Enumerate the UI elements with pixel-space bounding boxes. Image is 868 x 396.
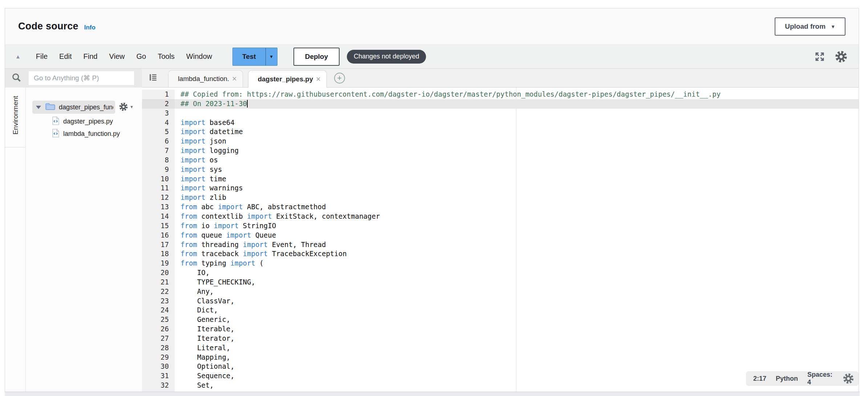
code-line[interactable]: 28 Literal, xyxy=(142,343,859,353)
menu-window[interactable]: Window xyxy=(181,49,218,64)
tree-file-dagster-pipes[interactable]: dagster_pipes.py xyxy=(52,115,113,128)
console-collapsed-bar[interactable] xyxy=(5,392,860,396)
code-line[interactable]: 14from contextlib import ExitStack, cont… xyxy=(142,212,859,221)
language-mode[interactable]: Python xyxy=(776,375,798,383)
line-content: from io import StringIO xyxy=(175,221,859,231)
python-file-icon xyxy=(52,116,60,127)
line-number: 13 xyxy=(142,202,175,212)
editor-status-bar: 2:17 Python Spaces: 4 xyxy=(746,371,859,386)
code-line[interactable]: 1## Copied from: https://raw.githubuserc… xyxy=(142,90,859,99)
test-dropdown-icon[interactable]: ▼ xyxy=(265,48,277,65)
tab-dagster-pipes[interactable]: dagster_pipes.py × xyxy=(248,70,327,88)
code-line[interactable]: 4import base64 xyxy=(142,118,859,128)
test-button[interactable]: Test xyxy=(233,48,265,65)
line-number: 22 xyxy=(142,287,175,296)
code-line[interactable]: 23 ClassVar, xyxy=(142,296,859,306)
line-number: 20 xyxy=(142,268,175,278)
line-content: IO, xyxy=(175,268,859,278)
environment-tab[interactable]: Environment xyxy=(5,88,26,148)
code-line[interactable]: 13from abc import ABC, abstractmethod xyxy=(142,202,859,212)
code-line[interactable]: 3 xyxy=(142,109,859,118)
environment-dock: Environment xyxy=(5,88,26,392)
new-tab-icon[interactable]: + xyxy=(334,73,345,84)
code-line[interactable]: 15from io import StringIO xyxy=(142,221,859,231)
cursor-position[interactable]: 2:17 xyxy=(753,375,766,383)
menu-view[interactable]: View xyxy=(103,49,130,64)
line-content: import sys xyxy=(175,165,859,174)
code-line[interactable]: 25 Generic, xyxy=(142,315,859,324)
code-line[interactable]: 2## On 2023-11-30 xyxy=(142,99,859,109)
menu-go[interactable]: Go xyxy=(130,49,152,64)
menu-file[interactable]: File xyxy=(30,49,53,64)
code-line[interactable]: 11import warnings xyxy=(142,183,859,193)
code-line[interactable]: 12import zlib xyxy=(142,193,859,202)
line-content: ClassVar, xyxy=(175,296,859,306)
line-number: 17 xyxy=(142,240,175,250)
tab-list-icon[interactable] xyxy=(149,73,158,84)
line-content: from contextlib import ExitStack, contex… xyxy=(175,212,859,221)
search-and-tab-row: lambda_function. × dagster_pipes.py × + xyxy=(5,69,859,88)
line-content: from threading import Event, Thread xyxy=(175,240,859,250)
code-line[interactable]: 30 Optional, xyxy=(142,362,859,371)
code-line[interactable]: 6import json xyxy=(142,137,859,146)
code-editor[interactable]: 1## Copied from: https://raw.githubuserc… xyxy=(142,88,859,392)
code-line[interactable]: 17from threading import Event, Thread xyxy=(142,240,859,250)
close-icon[interactable]: × xyxy=(316,75,321,83)
chevron-down-icon: ▼ xyxy=(130,105,134,109)
line-content: Iterable, xyxy=(175,324,859,334)
code-line[interactable]: 20 IO, xyxy=(142,268,859,278)
line-number: 26 xyxy=(142,324,175,334)
collapse-panel-icon[interactable]: ▲ xyxy=(15,53,21,60)
line-content: ## On 2023-11-30 xyxy=(175,99,859,109)
line-number: 27 xyxy=(142,334,175,343)
line-content: Optional, xyxy=(175,362,859,371)
code-line[interactable]: 16from queue import Queue xyxy=(142,231,859,240)
code-line[interactable]: 24 Dict, xyxy=(142,306,859,315)
close-icon[interactable]: × xyxy=(232,75,237,83)
indentation-setting[interactable]: Spaces: 4 xyxy=(807,371,835,386)
code-line[interactable]: 8import os xyxy=(142,155,859,165)
line-content: from abc import ABC, abstractmethod xyxy=(175,202,859,212)
info-link[interactable]: Info xyxy=(84,24,96,31)
code-line[interactable]: 21 TYPE_CHECKING, xyxy=(142,278,859,287)
main-area: Environment dagster_pipes_funct xyxy=(5,88,859,392)
code-line[interactable]: 27 Iterator, xyxy=(142,334,859,343)
line-content: import base64 xyxy=(175,118,859,128)
menu-find[interactable]: Find xyxy=(78,49,104,64)
line-number: 32 xyxy=(142,381,175,390)
line-content: Dict, xyxy=(175,306,859,315)
code-line[interactable]: 9import sys xyxy=(142,165,859,174)
code-line[interactable]: 22 Any, xyxy=(142,287,859,296)
menu-tools[interactable]: Tools xyxy=(152,49,181,64)
fullscreen-icon[interactable] xyxy=(814,51,825,62)
code-line[interactable]: 7import logging xyxy=(142,146,859,155)
code-line[interactable]: 19from typing import ( xyxy=(142,259,859,268)
menubar: ▲ File Edit Find View Go Tools Window Te… xyxy=(5,45,859,69)
test-split-button: Test ▼ xyxy=(232,48,277,66)
code-line[interactable]: 5import datetime xyxy=(142,127,859,137)
line-number: 10 xyxy=(142,174,175,184)
line-content: import datetime xyxy=(175,127,859,137)
search-input[interactable] xyxy=(29,71,134,85)
line-content: Generic, xyxy=(175,315,859,324)
tab-lambda-function[interactable]: lambda_function. × xyxy=(168,70,243,87)
code-line[interactable]: 26 Iterable, xyxy=(142,324,859,334)
status-gear-icon[interactable] xyxy=(843,373,854,384)
code-line[interactable]: 18from traceback import TracebackExcepti… xyxy=(142,249,859,259)
tree-folder-row[interactable]: dagster_pipes_funct xyxy=(32,101,115,114)
deploy-button[interactable]: Deploy xyxy=(293,48,340,66)
chevron-down-icon[interactable] xyxy=(36,106,41,109)
line-number: 16 xyxy=(142,231,175,240)
menu-edit[interactable]: Edit xyxy=(53,49,77,64)
file-label: lambda_function.py xyxy=(63,130,120,138)
tree-file-lambda-function[interactable]: lambda_function.py xyxy=(52,128,120,140)
upload-from-button[interactable]: Upload from ▼ xyxy=(775,17,845,36)
code-line[interactable]: 29 Mapping, xyxy=(142,353,859,362)
line-number: 30 xyxy=(142,362,175,371)
tree-settings-button[interactable]: ▼ xyxy=(119,102,134,112)
line-content: import zlib xyxy=(175,193,859,202)
settings-gear-icon[interactable] xyxy=(835,50,848,63)
line-number: 28 xyxy=(142,343,175,353)
line-number: 4 xyxy=(142,118,175,128)
code-line[interactable]: 10import time xyxy=(142,174,859,184)
